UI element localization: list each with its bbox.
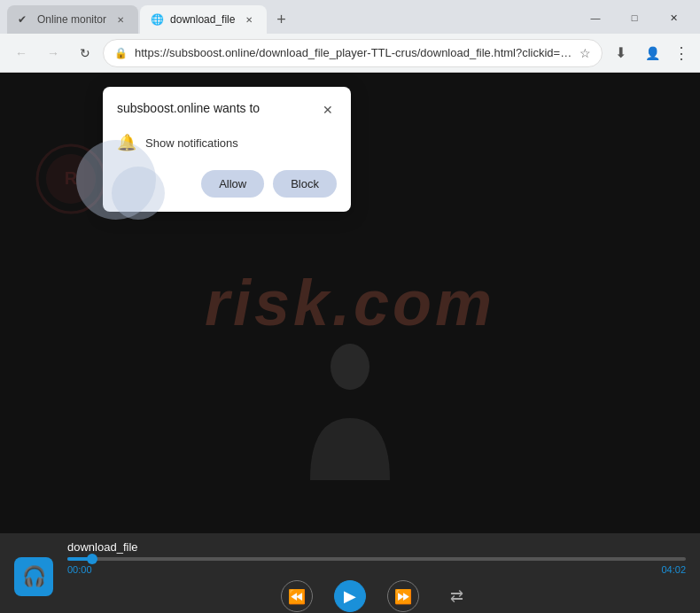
window-controls: — □ ✕ <box>576 5 693 30</box>
player-controls: ⏪ ▶ ⏩ ⇄ <box>67 580 686 612</box>
popup-buttons: Allow Block <box>117 170 337 198</box>
player-times: 00:00 04:02 <box>67 564 686 575</box>
play-button[interactable]: ▶ <box>334 580 366 612</box>
tab-favicon-online-monitor: ✔ <box>18 13 30 26</box>
allow-button[interactable]: Allow <box>201 170 264 198</box>
logo-watermark: R <box>35 144 106 214</box>
maximize-button[interactable]: □ <box>615 5 654 30</box>
popup-permission-row: 🔔 Show notifications <box>117 129 337 156</box>
back-button[interactable]: ← <box>7 39 35 67</box>
tab-title-online-monitor: Online monitor <box>37 13 106 26</box>
tab-close-download-file[interactable]: ✕ <box>242 12 256 27</box>
time-current: 00:00 <box>67 564 92 575</box>
browser-window: ✔ Online monitor ✕ 🌐 download_file ✕ + —… <box>0 0 700 613</box>
popup-close-button[interactable]: ✕ <box>319 101 337 119</box>
notification-popup: subsboost.online wants to ✕ 🔔 Show notif… <box>103 87 351 212</box>
new-tab-button[interactable]: + <box>268 7 293 32</box>
tab-online-monitor[interactable]: ✔ Online monitor ✕ <box>7 5 138 34</box>
headphone-icon: 🎧 <box>14 557 53 596</box>
progress-bar[interactable] <box>67 557 686 561</box>
address-bar: ← → ↻ 🔒 https://subsboost.online/downloa… <box>0 34 700 73</box>
tab-close-online-monitor[interactable]: ✕ <box>113 12 128 27</box>
player-center: download_file 00:00 04:02 ⏪ ▶ ⏩ ⇄ <box>67 540 686 612</box>
popup-header: subsboost.online wants to ✕ <box>117 101 337 119</box>
bookmark-icon[interactable]: ☆ <box>579 46 591 60</box>
tab-favicon-download-file: 🌐 <box>151 13 163 26</box>
player-title: download_file <box>67 540 686 554</box>
permission-text: Show notifications <box>145 136 238 150</box>
lock-icon: 🔒 <box>114 47 128 59</box>
block-button[interactable]: Block <box>273 170 337 198</box>
close-button[interactable]: ✕ <box>654 5 693 30</box>
profile-icon[interactable]: 👤 <box>638 39 666 67</box>
url-text: https://subsboost.online/download_file_p… <box>135 46 572 59</box>
forward-button[interactable]: → <box>39 39 67 67</box>
minimize-button[interactable]: — <box>576 5 615 30</box>
watermark-text: risk.com <box>205 267 495 339</box>
tab-download-file[interactable]: 🌐 download_file ✕ <box>140 5 267 34</box>
tab-bar: ✔ Online monitor ✕ 🌐 download_file ✕ + —… <box>0 0 700 34</box>
person-silhouette <box>301 338 399 480</box>
fast-forward-button[interactable]: ⏩ <box>387 580 419 612</box>
time-total: 04:02 <box>661 564 686 575</box>
svg-point-3 <box>331 344 369 390</box>
shuffle-button[interactable]: ⇄ <box>440 580 472 612</box>
tab-title-download-file: download_file <box>170 13 235 26</box>
progress-dot <box>87 554 97 564</box>
player-top-row: 🎧 download_file 00:00 04:02 ⏪ ▶ ⏩ ⇄ <box>14 540 686 612</box>
bell-icon: 🔔 <box>117 133 136 152</box>
popup-title: subsboost.online wants to <box>117 101 260 115</box>
download-icon[interactable]: ⬇ <box>606 39 634 67</box>
player-bar: 🎧 download_file 00:00 04:02 ⏪ ▶ ⏩ ⇄ <box>0 533 700 613</box>
rewind-button[interactable]: ⏪ <box>281 580 313 612</box>
url-bar[interactable]: 🔒 https://subsboost.online/download_file… <box>103 39 603 67</box>
reload-button[interactable]: ↻ <box>71 39 99 67</box>
menu-icon[interactable]: ⋮ <box>670 40 693 66</box>
content-area: risk.com R subsboost.online wants to ✕ <box>0 73 700 533</box>
svg-text:R: R <box>65 168 78 188</box>
